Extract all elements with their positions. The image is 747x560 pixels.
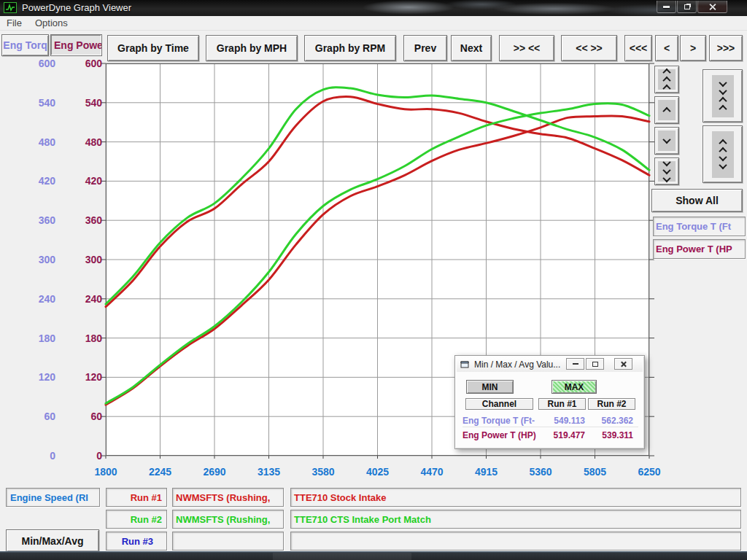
y-tick-label: 120: [7, 371, 55, 383]
title-bar[interactable]: PowerDyne Graph Viewer: [0, 0, 747, 16]
taskbar-strip: [0, 551, 747, 560]
zoom-in-x-button[interactable]: >> <<: [499, 35, 554, 61]
y-tick-label: 180: [7, 332, 55, 344]
x-tick-label: 4025: [356, 466, 400, 478]
close-icon: [620, 361, 627, 368]
minmax-torque-run1-value: 549.113: [537, 416, 585, 426]
y-zoom-out-button[interactable]: [703, 125, 743, 183]
triple-chevron-down-icon: [658, 161, 676, 182]
minmax-header-run1[interactable]: Run #1: [538, 398, 586, 410]
minimize-icon: [573, 363, 578, 365]
triple-chevron-up-icon: [658, 69, 676, 90]
powerdyne-window: PowerDyne Graph Viewer File Options Eng …: [0, 0, 747, 560]
x-tick-label: 6250: [627, 466, 671, 478]
graph-by-rpm-button[interactable]: Graph by RPM: [304, 35, 396, 61]
run2-label[interactable]: Run #2: [106, 510, 167, 529]
y-tick-label: 300: [7, 254, 55, 265]
minmax-power-run2-value: 539.311: [585, 430, 633, 440]
next-button[interactable]: Next: [451, 35, 492, 61]
minmax-restore-button[interactable]: [586, 358, 604, 370]
minmaxavg-button[interactable]: Min/Max/Avg: [6, 529, 99, 552]
minmax-header-run2[interactable]: Run #2: [588, 398, 635, 410]
legend-power-label[interactable]: Eng Power T (HP: [653, 239, 746, 259]
chevron-down-icon: [658, 131, 676, 151]
restore-button[interactable]: [677, 1, 697, 13]
app-icon: [4, 2, 17, 13]
x-tick-label: 2690: [193, 466, 236, 478]
graph-by-time-button[interactable]: Graph by Time: [107, 35, 199, 61]
min-tab-button[interactable]: MIN: [466, 380, 514, 394]
x-tick-label: 4470: [410, 466, 454, 478]
minmax-close-button[interactable]: [614, 358, 632, 370]
y-tick-label: 60: [67, 411, 102, 422]
y-zoom-in-button[interactable]: [703, 69, 743, 122]
y-tick-label: 240: [67, 293, 102, 305]
y-tick-label: 600: [67, 58, 102, 69]
y-tick-label: 240: [7, 293, 55, 305]
minmax-torque-run2-value: 562.362: [585, 416, 633, 426]
scroll-left-button[interactable]: <: [655, 35, 678, 61]
graph-by-mph-button[interactable]: Graph by MPH: [206, 35, 298, 61]
minmax-row-power: Eng Power T (HP) 519.477 539.311: [462, 429, 638, 442]
y-tick-label: 600: [7, 58, 55, 69]
minmax-window: Min / Max / Avg Valu... MIN MAX Channel …: [454, 355, 645, 449]
x-tick-label: 5805: [573, 466, 617, 478]
x-tick-label: 5360: [519, 466, 562, 478]
run1-label[interactable]: Run #1: [106, 488, 167, 507]
scroll-last-button[interactable]: >>>: [709, 35, 743, 61]
max-tab-button[interactable]: MAX: [551, 380, 597, 394]
zoom-out-x-button[interactable]: << >>: [561, 35, 617, 61]
y-tick-label: 300: [67, 254, 102, 265]
rpm-axis-labels: 1800224526903135358040254470491553605805…: [106, 466, 649, 479]
menu-options[interactable]: Options: [28, 18, 74, 28]
y-tick-label: 120: [67, 371, 102, 383]
y-tick-label: 420: [67, 175, 102, 187]
minmax-window-icon: [460, 360, 470, 369]
menu-file[interactable]: File: [0, 18, 28, 28]
minimize-button[interactable]: [657, 1, 676, 13]
run3-label[interactable]: Run #3: [106, 532, 167, 551]
y-scroll-bottom-button[interactable]: [654, 158, 679, 185]
run1-source: NWMSFTS (Rushing,: [172, 488, 284, 507]
window-title: PowerDyne Graph Viewer: [22, 2, 131, 13]
y-scroll-up-button[interactable]: [654, 96, 679, 124]
legend-torque-label[interactable]: Eng Torque T (Ft: [653, 217, 746, 236]
restore-icon: [684, 4, 690, 9]
prev-button[interactable]: Prev: [403, 35, 447, 61]
x-tick-label: 2245: [139, 466, 182, 478]
channel-torque-button[interactable]: Eng Torq: [1, 34, 49, 56]
scroll-right-button[interactable]: >: [680, 35, 706, 61]
run3-source: [172, 532, 284, 551]
x-tick-label: 1800: [84, 466, 128, 478]
channel-power-button[interactable]: Eng Powe: [50, 34, 102, 56]
x-channel-label: Engine Speed (RI: [6, 488, 100, 507]
run1-description: TTE710 Stock Intake: [290, 488, 741, 507]
minmax-minimize-button[interactable]: [566, 358, 584, 370]
expand-vertical-icon: [712, 131, 734, 178]
scroll-first-button[interactable]: <<<: [624, 35, 652, 61]
y-tick-label: 0: [67, 450, 102, 462]
restore-icon: [592, 362, 598, 367]
minmax-window-title: Min / Max / Avg Valu...: [474, 359, 560, 370]
minmax-torque-channel: Eng Torque T (Ft-: [462, 416, 537, 426]
y-scroll-top-button[interactable]: [654, 66, 679, 93]
y-tick-label: 360: [7, 214, 55, 226]
minmax-row-torque: Eng Torque T (Ft- 549.113 562.362: [462, 414, 638, 427]
torque-axis-labels: 600540480420360300240180120600: [7, 63, 55, 456]
y-scroll-down-button[interactable]: [654, 127, 679, 155]
y-tick-label: 180: [67, 332, 102, 344]
minmax-power-run1-value: 519.477: [537, 430, 585, 440]
minmax-power-channel: Eng Power T (HP): [462, 430, 537, 440]
menu-bar: File Options: [0, 16, 747, 31]
close-button[interactable]: [697, 1, 727, 13]
minmax-header-channel[interactable]: Channel: [465, 398, 533, 410]
y-tick-label: 540: [7, 97, 55, 109]
run3-description: [290, 532, 741, 551]
y-tick-label: 540: [67, 97, 102, 109]
y-tick-label: 0: [7, 450, 55, 462]
power-axis-labels: 600540480420360300240180120600: [67, 63, 102, 456]
show-all-button[interactable]: Show All: [651, 189, 743, 212]
y-tick-label: 480: [7, 136, 55, 148]
minimize-icon: [663, 6, 670, 8]
close-icon: [708, 3, 716, 11]
